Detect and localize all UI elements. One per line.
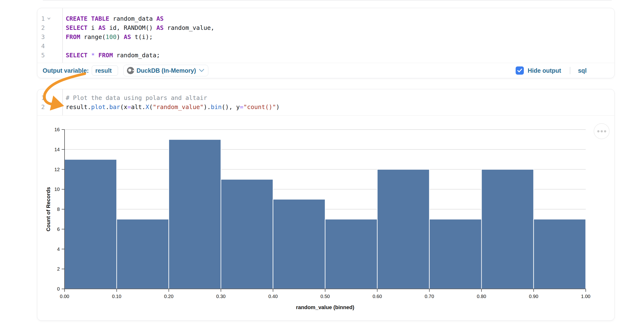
line-number: 2 — [37, 24, 45, 31]
bar — [430, 219, 482, 289]
code-token — [88, 52, 91, 59]
code-token: = — [128, 103, 131, 110]
python-code-editor[interactable]: 1# Plot the data using polars and altair… — [37, 89, 614, 116]
code-token: FROM — [98, 52, 113, 59]
x-tick-label: 0.90 — [529, 294, 538, 299]
x-axis-title: random_value (binned) — [296, 304, 354, 310]
output-variable-input[interactable]: result — [92, 65, 118, 76]
code-token: ) — [116, 33, 124, 40]
y-tick-label: 14 — [54, 147, 60, 152]
code-token: FROM — [66, 33, 80, 40]
code-content: CREATE TABLE random_data AS — [53, 15, 164, 22]
code-content: FROM range(100) AS t(i); — [45, 33, 153, 40]
code-token: bin — [211, 103, 222, 110]
y-tick-label: 10 — [54, 187, 60, 192]
ellipsis-icon — [604, 130, 606, 132]
code-token: ( — [149, 103, 153, 110]
code-token: SELECT — [66, 52, 88, 59]
engine-name-label: DuckDB (In-Memory) — [136, 67, 196, 74]
gutter-divider — [62, 89, 63, 115]
sql-cell-footer: Output variable: result DuckDB (In-Memor… — [37, 63, 614, 78]
code-token: 100 — [106, 33, 116, 40]
line-number: 1 — [37, 15, 45, 22]
hide-output-checkbox[interactable] — [516, 66, 524, 75]
x-tick-label: 0.00 — [60, 294, 69, 299]
code-line: 2SELECT i AS id, RANDOM() AS random_valu… — [37, 23, 614, 32]
code-line: 1CREATE TABLE random_data AS — [37, 14, 614, 23]
bar — [64, 159, 116, 289]
footer-left-group: Output variable: result DuckDB (In-Memor… — [43, 65, 208, 76]
y-tick-label: 12 — [54, 167, 60, 172]
code-token: * — [91, 52, 95, 59]
code-line: 2result.plot.bar(x=alt.X("random_value")… — [37, 102, 614, 111]
y-tick-label: 2 — [57, 266, 60, 272]
code-token: AS — [156, 24, 164, 31]
x-tick-label: 0.80 — [477, 294, 486, 299]
line-number: 2 — [37, 103, 45, 110]
chevron-down-icon[interactable] — [45, 17, 53, 20]
ellipsis-icon — [601, 130, 603, 132]
code-token: AS — [156, 15, 164, 22]
x-tick-label: 0.20 — [164, 294, 174, 299]
code-token: = — [240, 103, 244, 110]
bar — [482, 169, 534, 289]
code-token: random_data; — [113, 52, 160, 59]
check-icon — [517, 68, 522, 73]
code-content: SELECT * FROM random_data; — [45, 52, 160, 59]
code-token: random_data — [109, 15, 156, 22]
code-token: range( — [80, 33, 106, 40]
notebook-page: 1CREATE TABLE random_data AS2SELECT i AS… — [0, 0, 644, 325]
code-token: SELECT — [66, 24, 88, 31]
bar — [169, 139, 221, 289]
cell-output-region: 02468101214160.000.100.200.300.400.500.6… — [37, 115, 614, 321]
x-tick-label: 0.10 — [112, 294, 122, 299]
code-line: 5SELECT * FROM random_data; — [37, 50, 614, 60]
code-line: 3FROM range(100) AS t(i); — [37, 32, 614, 41]
code-content: # Plot the data using polars and altair — [45, 94, 207, 101]
code-line: 4 — [37, 41, 614, 50]
code-content: result.plot.bar(x=alt.X("random_value").… — [45, 103, 280, 110]
code-token: ) — [276, 103, 280, 110]
output-variable-label: Output variable: — [43, 67, 89, 74]
engine-selector-dropdown[interactable]: DuckDB (In-Memory) — [123, 65, 208, 76]
code-token: t(i); — [131, 33, 153, 40]
code-line: 1# Plot the data using polars and altair — [37, 93, 614, 102]
line-number: 3 — [37, 33, 45, 40]
bar — [534, 219, 586, 289]
y-tick-label: 0 — [57, 286, 60, 292]
code-token: alt. — [131, 103, 146, 110]
bar — [325, 219, 377, 289]
y-tick-label: 16 — [54, 127, 60, 132]
code-token: plot — [91, 103, 106, 110]
bar — [273, 199, 325, 289]
bar — [377, 169, 429, 289]
bar — [116, 219, 168, 289]
code-token: ). — [204, 103, 211, 110]
x-tick-label: 1.00 — [581, 294, 590, 299]
code-token: X — [146, 103, 149, 110]
histogram-chart: 02468101214160.000.100.200.300.400.500.6… — [37, 115, 614, 321]
code-token: (x — [120, 103, 128, 110]
code-token: bar — [109, 103, 120, 110]
code-token: (), y — [222, 103, 240, 110]
more-options-button[interactable] — [594, 123, 610, 139]
line-number: 4 — [37, 43, 45, 50]
code-token: CREATE TABLE — [66, 15, 109, 22]
y-tick-label: 6 — [57, 227, 60, 232]
code-token: AS — [98, 24, 106, 31]
x-tick-label: 0.60 — [372, 294, 382, 299]
hide-output-label[interactable]: Hide output — [528, 67, 561, 74]
previous-cell-edge — [43, 0, 612, 0]
code-token: . — [106, 103, 109, 110]
sql-code-editor[interactable]: 1CREATE TABLE random_data AS2SELECT i AS… — [37, 8, 614, 63]
code-token: id, RANDOM() — [106, 24, 156, 31]
code-token: # Plot the data using polars and altair — [66, 94, 207, 101]
code-token: result. — [66, 103, 91, 110]
y-tick-label: 8 — [57, 207, 60, 212]
code-content: SELECT i AS id, RANDOM() AS random_value… — [45, 24, 214, 31]
duckdb-logo-icon — [127, 67, 134, 74]
line-number: 5 — [37, 52, 45, 59]
code-token: random_value, — [164, 24, 214, 31]
gutter-divider — [62, 8, 63, 63]
language-badge[interactable]: sql — [578, 67, 587, 74]
